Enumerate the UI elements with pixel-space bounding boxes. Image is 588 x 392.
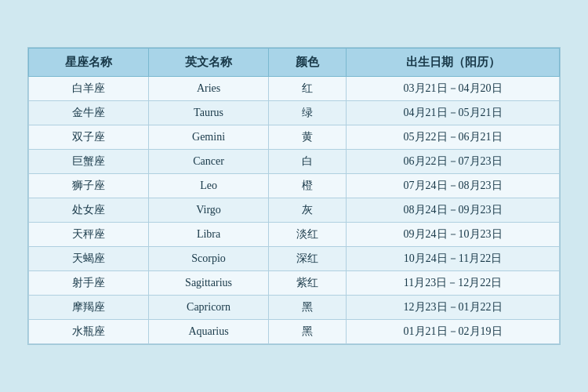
cell-chinese-name: 摩羯座 [29, 296, 149, 320]
cell-english-name: Aries [149, 77, 269, 101]
header-english-name: 英文名称 [149, 49, 269, 77]
cell-dates: 11月23日－12月22日 [347, 271, 560, 296]
cell-chinese-name: 狮子座 [29, 174, 149, 198]
cell-color: 绿 [269, 101, 347, 125]
table-row: 处女座Virgo灰08月24日－09月23日 [29, 198, 560, 223]
table-row: 天蝎座Scorpio深红10月24日－11月22日 [29, 247, 560, 271]
header-color: 颜色 [269, 49, 347, 77]
zodiac-table-container: 星座名称 英文名称 颜色 出生日期（阳历） 白羊座Aries红03月21日－04… [27, 47, 561, 345]
cell-english-name: Aquarius [149, 320, 269, 344]
table-row: 天秤座Libra淡红09月24日－10月23日 [29, 223, 560, 247]
cell-chinese-name: 巨蟹座 [29, 150, 149, 174]
table-row: 巨蟹座Cancer白06月22日－07月23日 [29, 150, 560, 174]
cell-dates: 07月24日－08月23日 [347, 174, 560, 198]
cell-chinese-name: 金牛座 [29, 101, 149, 125]
cell-dates: 06月22日－07月23日 [347, 150, 560, 174]
cell-english-name: Capricorn [149, 296, 269, 320]
cell-english-name: Taurus [149, 101, 269, 125]
table-row: 双子座Gemini黄05月22日－06月21日 [29, 125, 560, 150]
cell-color: 淡红 [269, 223, 347, 247]
table-row: 摩羯座Capricorn黑12月23日－01月22日 [29, 296, 560, 320]
cell-dates: 10月24日－11月22日 [347, 247, 560, 271]
cell-color: 黑 [269, 320, 347, 344]
cell-dates: 01月21日－02月19日 [347, 320, 560, 344]
table-row: 金牛座Taurus绿04月21日－05月21日 [29, 101, 560, 125]
table-row: 射手座Sagittarius紫红11月23日－12月22日 [29, 271, 560, 296]
cell-dates: 03月21日－04月20日 [347, 77, 560, 101]
header-chinese-name: 星座名称 [29, 49, 149, 77]
cell-color: 紫红 [269, 271, 347, 296]
cell-chinese-name: 射手座 [29, 271, 149, 296]
cell-color: 红 [269, 77, 347, 101]
cell-chinese-name: 天蝎座 [29, 247, 149, 271]
cell-english-name: Scorpio [149, 247, 269, 271]
cell-dates: 12月23日－01月22日 [347, 296, 560, 320]
cell-dates: 08月24日－09月23日 [347, 198, 560, 223]
cell-chinese-name: 天秤座 [29, 223, 149, 247]
cell-dates: 09月24日－10月23日 [347, 223, 560, 247]
cell-chinese-name: 处女座 [29, 198, 149, 223]
cell-chinese-name: 水瓶座 [29, 320, 149, 344]
cell-chinese-name: 白羊座 [29, 77, 149, 101]
cell-english-name: Cancer [149, 150, 269, 174]
header-dates: 出生日期（阳历） [347, 49, 560, 77]
cell-color: 黑 [269, 296, 347, 320]
zodiac-table: 星座名称 英文名称 颜色 出生日期（阳历） 白羊座Aries红03月21日－04… [28, 48, 560, 344]
cell-english-name: Libra [149, 223, 269, 247]
cell-dates: 04月21日－05月21日 [347, 101, 560, 125]
table-row: 狮子座Leo橙07月24日－08月23日 [29, 174, 560, 198]
table-header-row: 星座名称 英文名称 颜色 出生日期（阳历） [29, 49, 560, 77]
cell-color: 白 [269, 150, 347, 174]
cell-color: 灰 [269, 198, 347, 223]
table-body: 白羊座Aries红03月21日－04月20日金牛座Taurus绿04月21日－0… [29, 77, 560, 344]
table-row: 水瓶座Aquarius黑01月21日－02月19日 [29, 320, 560, 344]
cell-chinese-name: 双子座 [29, 125, 149, 150]
cell-color: 黄 [269, 125, 347, 150]
cell-english-name: Sagittarius [149, 271, 269, 296]
cell-dates: 05月22日－06月21日 [347, 125, 560, 150]
cell-color: 橙 [269, 174, 347, 198]
cell-color: 深红 [269, 247, 347, 271]
cell-english-name: Leo [149, 174, 269, 198]
table-row: 白羊座Aries红03月21日－04月20日 [29, 77, 560, 101]
cell-english-name: Virgo [149, 198, 269, 223]
cell-english-name: Gemini [149, 125, 269, 150]
